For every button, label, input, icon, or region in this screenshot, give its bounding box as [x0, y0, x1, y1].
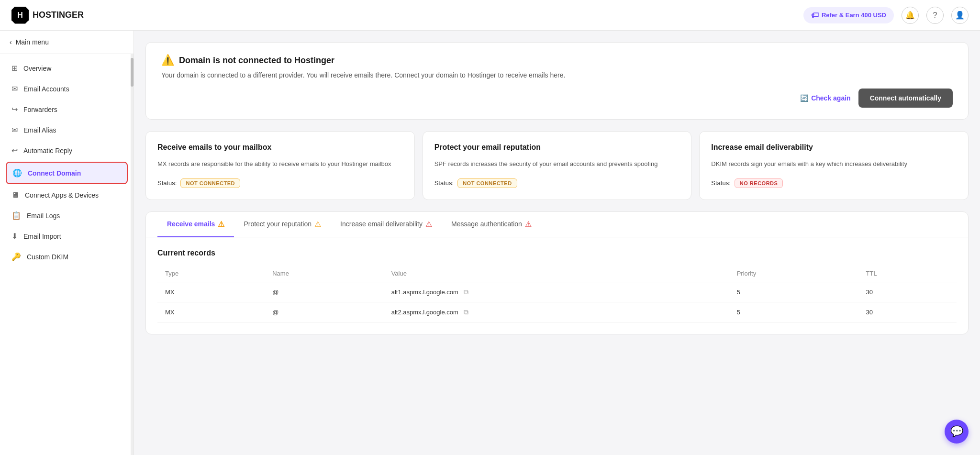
- cell-value: alt2.aspmx.l.google.com ⧉: [384, 302, 729, 322]
- status-badge: NO RECORDS: [735, 178, 783, 188]
- status-label: Status:: [157, 179, 177, 187]
- sidebar-item-label: Custom DKIM: [27, 253, 68, 261]
- sidebar-item-automatic-reply[interactable]: ↩ Automatic Reply: [0, 140, 134, 161]
- mail-icon: ✉: [11, 84, 18, 93]
- tab-label: Message authentication: [451, 220, 522, 228]
- grid-icon: ⊞: [11, 64, 18, 73]
- sidebar-item-label: Email Alias: [23, 126, 56, 134]
- warning-actions: 🔄 Check again Connect automatically: [161, 89, 953, 108]
- reply-icon: ↩: [11, 146, 18, 155]
- cell-priority: 5: [729, 282, 858, 302]
- copy-icon[interactable]: ⧉: [464, 288, 468, 296]
- protect-reputation-card: Protect your email reputation SPF record…: [423, 131, 692, 200]
- col-priority: Priority: [729, 265, 858, 282]
- warning-circle-icon: ⚠: [314, 220, 321, 229]
- copy-icon[interactable]: ⧉: [464, 308, 468, 316]
- refer-label: Refer & Earn 400 USD: [822, 11, 886, 19]
- warning-circle-icon: ⚠: [218, 220, 224, 229]
- tab-receive-emails[interactable]: Receive emails ⚠: [157, 212, 234, 237]
- sidebar-item-label: Email Accounts: [23, 85, 69, 93]
- logo-text: HOSTINGER: [33, 10, 84, 20]
- question-icon: ?: [933, 11, 937, 20]
- refer-icon: 🏷: [811, 11, 819, 20]
- sidebar-item-label: Forwarders: [23, 106, 57, 113]
- import-icon: ⬇: [11, 232, 18, 241]
- sidebar-item-connect-domain[interactable]: 🌐 Connect Domain: [6, 162, 128, 184]
- sidebar-item-email-alias[interactable]: ✉ Email Alias: [0, 120, 134, 140]
- sidebar-item-connect-apps[interactable]: 🖥 Connect Apps & Devices: [0, 185, 134, 205]
- notification-button[interactable]: 🔔: [902, 7, 919, 24]
- card-description: DKIM records sign your emails with a key…: [711, 159, 957, 169]
- warning-title: ⚠️ Domain is not connected to Hostinger: [161, 54, 953, 67]
- tab-label: Protect your reputation: [244, 220, 312, 228]
- connect-automatically-button[interactable]: Connect automatically: [858, 89, 953, 108]
- card-title: Increase email deliverability: [711, 143, 957, 152]
- help-button[interactable]: ?: [926, 7, 944, 24]
- check-again-label: Check again: [811, 94, 850, 102]
- table-row: MX @ alt1.aspmx.l.google.com ⧉ 5 30: [157, 282, 957, 302]
- sidebar-item-email-logs[interactable]: 📋 Email Logs: [0, 205, 134, 226]
- user-icon: 👤: [955, 11, 965, 20]
- status-badge: NOT CONNECTED: [457, 178, 517, 188]
- tab-content: Current records Type Name Value Priority…: [146, 237, 968, 334]
- main-menu-label: Main menu: [16, 38, 49, 46]
- header-right: 🏷 Refer & Earn 400 USD 🔔 ? 👤: [803, 7, 969, 24]
- status-badge: NOT CONNECTED: [180, 178, 240, 188]
- refresh-icon: 🔄: [800, 94, 808, 102]
- sidebar-item-overview[interactable]: ⊞ Overview: [0, 58, 134, 78]
- bell-icon: 🔔: [905, 11, 915, 20]
- table-row: MX @ alt2.aspmx.l.google.com ⧉ 5 30: [157, 302, 957, 322]
- sidebar-item-label: Email Logs: [27, 212, 60, 220]
- card-status: Status: NOT CONNECTED: [434, 178, 680, 188]
- header: H HOSTINGER 🏷 Refer & Earn 400 USD 🔔 ? 👤: [0, 0, 980, 31]
- logo: H HOSTINGER: [11, 7, 84, 24]
- forward-icon: ↪: [11, 105, 18, 114]
- domain-warning-banner: ⚠️ Domain is not connected to Hostinger …: [145, 42, 969, 120]
- col-ttl: TTL: [858, 265, 957, 282]
- globe-icon: 🌐: [12, 168, 22, 178]
- cell-ttl: 30: [858, 282, 957, 302]
- logs-icon: 📋: [11, 211, 21, 220]
- refer-earn-button[interactable]: 🏷 Refer & Earn 400 USD: [803, 7, 894, 23]
- status-label: Status:: [711, 179, 730, 187]
- card-status: Status: NOT CONNECTED: [157, 178, 403, 188]
- card-title: Receive emails to your mailbox: [157, 143, 403, 152]
- tab-message-auth[interactable]: Message authentication ⚠: [442, 212, 541, 237]
- status-label: Status:: [434, 179, 454, 187]
- alias-icon: ✉: [11, 125, 18, 134]
- sidebar-item-label: Email Import: [23, 233, 61, 240]
- tab-label: Receive emails: [167, 220, 215, 228]
- col-name: Name: [265, 265, 383, 282]
- layout: ‹ Main menu ⊞ Overview ✉ Email Accounts …: [0, 31, 980, 455]
- status-cards: Receive emails to your mailbox MX record…: [145, 131, 969, 200]
- tab-increase-deliverability[interactable]: Increase email deliverability ⚠: [331, 212, 442, 237]
- chevron-left-icon: ‹: [10, 38, 12, 46]
- sidebar-item-custom-dkim[interactable]: 🔑 Custom DKIM: [0, 246, 134, 267]
- user-menu-button[interactable]: 👤: [951, 7, 969, 24]
- receive-emails-card: Receive emails to your mailbox MX record…: [145, 131, 415, 200]
- main-menu-back[interactable]: ‹ Main menu: [0, 31, 134, 54]
- sidebar-item-forwarders[interactable]: ↪ Forwarders: [0, 99, 134, 120]
- sidebar-item-email-import[interactable]: ⬇ Email Import: [0, 226, 134, 246]
- chat-bubble-button[interactable]: 💬: [945, 420, 969, 444]
- chat-icon: 💬: [950, 425, 963, 438]
- tab-protect-reputation[interactable]: Protect your reputation ⚠: [234, 212, 331, 237]
- cell-type: MX: [157, 282, 265, 302]
- tab-label: Increase email deliverability: [340, 220, 423, 228]
- sidebar-item-label: Overview: [23, 65, 51, 72]
- increase-deliverability-card: Increase email deliverability DKIM recor…: [699, 131, 969, 200]
- tabs-section: Receive emails ⚠ Protect your reputation…: [145, 211, 969, 334]
- col-type: Type: [157, 265, 265, 282]
- check-again-button[interactable]: 🔄 Check again: [800, 94, 850, 102]
- col-value: Value: [384, 265, 729, 282]
- sidebar-item-label: Connect Apps & Devices: [25, 191, 99, 199]
- cell-ttl: 30: [858, 302, 957, 322]
- main-content: ⚠️ Domain is not connected to Hostinger …: [134, 31, 980, 455]
- sidebar-item-email-accounts[interactable]: ✉ Email Accounts: [0, 78, 134, 99]
- card-description: SPF records increases the security of yo…: [434, 159, 680, 169]
- cell-type: MX: [157, 302, 265, 322]
- error-circle-icon: ⚠: [425, 220, 432, 229]
- tabs-header: Receive emails ⚠ Protect your reputation…: [146, 212, 968, 237]
- warning-icon: ⚠️: [161, 54, 174, 67]
- devices-icon: 🖥: [11, 191, 19, 200]
